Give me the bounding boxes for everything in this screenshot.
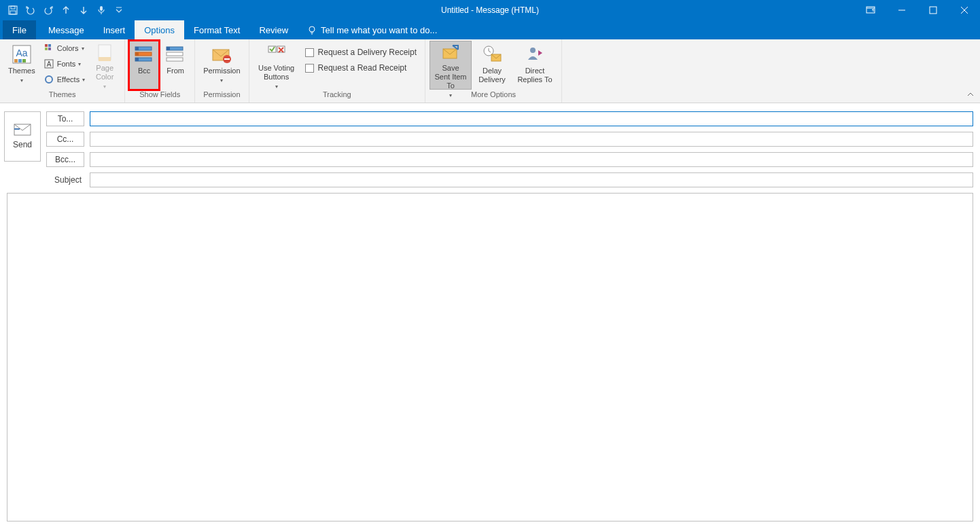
minimize-icon[interactable] <box>886 0 917 20</box>
svg-rect-12 <box>14 59 18 62</box>
save-sent-icon <box>440 43 461 62</box>
from-icon <box>164 43 186 65</box>
tell-me-search[interactable]: Tell me what you want to do... <box>298 20 437 39</box>
effects-button[interactable]: Effects▾ <box>41 72 88 87</box>
tab-format-text[interactable]: Format Text <box>184 20 249 39</box>
tell-me-label: Tell me what you want to do... <box>321 25 437 35</box>
colors-button[interactable]: Colors▾ <box>41 41 88 56</box>
window-title: Untitled - Message (HTML) <box>441 5 539 15</box>
svg-rect-15 <box>45 44 48 47</box>
chevron-down-icon: ▾ <box>82 77 85 83</box>
chevron-down-icon: ▾ <box>220 77 223 84</box>
quick-access-toolbar <box>0 3 126 18</box>
effects-icon <box>43 74 54 85</box>
bcc-input[interactable] <box>90 152 973 167</box>
undo-icon[interactable] <box>23 3 38 18</box>
save-icon[interactable] <box>5 3 20 18</box>
direct-replies-icon <box>524 43 546 65</box>
cc-button[interactable]: Cc... <box>46 132 84 147</box>
delay-delivery-button[interactable]: Delay Delivery <box>473 41 511 90</box>
fonts-button[interactable]: AFonts▾ <box>41 56 88 71</box>
tab-message[interactable]: Message <box>39 20 94 39</box>
group-label-permission: Permission <box>199 90 244 103</box>
svg-rect-18 <box>48 48 51 50</box>
bcc-label: Bcc <box>138 67 150 75</box>
permission-label: Permission <box>203 67 240 75</box>
save-sent-item-button[interactable]: Save Sent Item To▾ <box>430 41 472 90</box>
ribbon-display-options-icon[interactable] <box>855 0 886 20</box>
voting-icon <box>266 43 287 62</box>
svg-rect-1 <box>11 6 15 9</box>
svg-rect-29 <box>135 58 139 61</box>
delivery-receipt-checkbox[interactable]: Request a Delivery Receipt <box>301 45 421 60</box>
chevron-down-icon: ▾ <box>20 77 23 84</box>
subject-label: Subject <box>46 175 84 185</box>
permission-button[interactable]: Permission▾ <box>199 41 244 90</box>
cc-input[interactable] <box>90 132 973 147</box>
svg-point-21 <box>46 76 52 83</box>
save-sent-label: Save Sent Item To <box>434 64 468 90</box>
to-button[interactable]: To... <box>46 111 84 126</box>
svg-rect-13 <box>18 59 22 62</box>
previous-icon[interactable] <box>58 3 73 18</box>
themes-label: Themes <box>8 67 35 75</box>
from-label: From <box>167 67 184 75</box>
colors-icon <box>43 43 54 54</box>
direct-replies-button[interactable]: Direct Replies To <box>512 41 557 90</box>
tab-insert[interactable]: Insert <box>94 20 135 39</box>
tab-file[interactable]: File <box>3 20 36 39</box>
ribbon-tabs: File Message Insert Options Format Text … <box>0 20 980 39</box>
send-button[interactable]: Send <box>4 111 41 162</box>
svg-rect-16 <box>48 44 51 47</box>
window-controls <box>855 0 980 20</box>
tab-review[interactable]: Review <box>249 20 298 39</box>
to-input[interactable] <box>90 111 973 126</box>
group-label-themes: Themes <box>4 90 120 103</box>
svg-rect-3 <box>100 6 103 11</box>
bcc-icon <box>133 43 155 65</box>
message-body[interactable] <box>7 193 973 521</box>
svg-rect-23 <box>99 57 111 61</box>
send-label: Send <box>13 140 32 149</box>
svg-point-9 <box>309 26 315 32</box>
svg-point-42 <box>530 48 536 53</box>
redo-icon[interactable] <box>41 3 56 18</box>
themes-button[interactable]: Aa Themes▾ <box>4 41 39 90</box>
collapse-ribbon-icon[interactable] <box>966 90 976 100</box>
checkbox-icon <box>305 64 314 73</box>
svg-rect-14 <box>22 59 26 62</box>
tab-options[interactable]: Options <box>135 20 184 39</box>
themes-icon: Aa <box>11 43 33 65</box>
chevron-down-icon: ▾ <box>275 84 278 90</box>
voting-buttons-button[interactable]: Use Voting Buttons▾ <box>253 41 300 90</box>
bcc-field-button[interactable]: Bcc... <box>46 152 84 167</box>
chevron-down-icon: ▾ <box>78 61 81 67</box>
next-icon[interactable] <box>76 3 91 18</box>
svg-text:A: A <box>46 60 51 68</box>
microphone-icon[interactable] <box>94 3 109 18</box>
svg-rect-33 <box>167 47 170 50</box>
group-permission: Permission▾ Permission <box>195 39 249 103</box>
svg-rect-32 <box>167 58 183 61</box>
voting-label: Use Voting Buttons <box>258 64 296 81</box>
group-label-more-options: More Options <box>430 90 557 103</box>
group-show-fields: Bcc From Show Fields <box>125 39 195 103</box>
from-button[interactable]: From <box>160 41 190 90</box>
bcc-button[interactable]: Bcc <box>129 41 159 90</box>
close-icon[interactable] <box>949 0 980 20</box>
page-color-button: Page Color▾ <box>89 41 120 90</box>
svg-rect-17 <box>45 48 48 50</box>
fonts-icon: A <box>43 58 54 69</box>
qat-customize-icon[interactable] <box>111 3 126 18</box>
checkbox-icon <box>305 48 314 57</box>
page-color-icon <box>94 43 116 62</box>
svg-rect-28 <box>135 52 139 56</box>
delay-icon <box>481 43 503 65</box>
compose-header: Send To... Cc... Bcc... Subject <box>0 103 980 193</box>
chevron-down-icon: ▾ <box>103 84 106 90</box>
subject-input[interactable] <box>90 172 973 187</box>
read-receipt-checkbox[interactable]: Request a Read Receipt <box>301 60 421 75</box>
maximize-icon[interactable] <box>917 0 949 20</box>
svg-rect-6 <box>930 7 937 14</box>
send-icon <box>14 124 31 136</box>
